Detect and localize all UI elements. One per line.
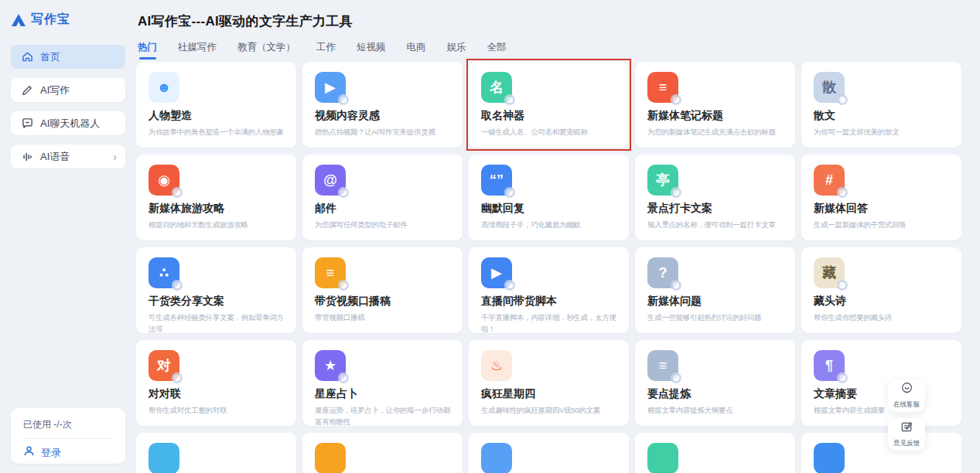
sidebar-item-ai-chatbot[interactable]: AI聊天机器人 (11, 111, 125, 135)
login-button[interactable]: 登录 (23, 445, 113, 460)
card-description: 生成一些能够引起热烈讨论的好问题 (647, 312, 783, 324)
tab-entertainment[interactable]: 娱乐 (447, 41, 466, 60)
tool-card-humor-reply[interactable]: “” 幽默回复 高情商段子手，巧化尴尬为幽默 (469, 155, 629, 240)
tool-card-prose[interactable]: 散 散文 为你写一篇文辞优美的散文 (801, 62, 961, 148)
horoscope-icon: ★ (315, 350, 346, 381)
naming-icon: 名 (481, 72, 512, 103)
icon-badge (172, 280, 183, 291)
tool-card-partial[interactable] (801, 433, 961, 473)
tool-card-sales-video-script[interactable]: ≡ 带货视频口播稿 带货视频口播稿 (302, 247, 463, 333)
sidebar: 写作宝 首页 AI写作 AI聊天机器人 AI语音 › (0, 0, 136, 473)
logo-icon (11, 13, 26, 27)
livestream-icon: ▶ (481, 257, 512, 288)
tool-card-couplet[interactable]: 对 对对联 帮你生成对仗工整的对联 (136, 340, 296, 426)
card-description: 生成趣味性的疯狂星期四V我50的文案 (481, 405, 616, 417)
tool-card-key-points[interactable]: ≡ 要点提炼 根据文章内容提炼大纲要点 (635, 340, 795, 426)
icon-badge (671, 94, 681, 105)
tab-hot[interactable]: 热门 (138, 41, 157, 60)
icon-badge (338, 94, 349, 105)
tool-card-media-answer[interactable]: # 新媒体回答 生成一篇新媒体的干货式回答 (801, 155, 961, 240)
main-content: AI写作宝---AI驱动的文字生产力工具 热门社媒写作教育（文学）工作短视频电商… (136, 0, 980, 473)
card-description: 为你故事中的角色塑造一个丰满的人物形象 (149, 127, 284, 138)
sidebar-item-ai-writing[interactable]: AI写作 (11, 78, 125, 102)
sidebar-item-ai-voice[interactable]: AI语音 › (11, 145, 125, 168)
card-description: 根据文章内容提炼大纲要点 (647, 405, 783, 417)
card-title: 视频内容灵感 (315, 109, 450, 123)
floating-buttons: 在线客服 意见反馈 (888, 379, 925, 451)
people-icon: ☻ (149, 72, 179, 103)
tool-card-partial[interactable] (469, 433, 629, 473)
sidebar-nav: 首页 AI写作 AI聊天机器人 AI语音 › (0, 45, 136, 168)
tab-ecommerce[interactable]: 电商 (407, 41, 426, 60)
tool-card-tips-sharing[interactable]: ∴ 干货类分享文案 可生成各种经验类分享文案，例如背单词方法等 (136, 247, 296, 333)
sidebar-item-label: 首页 (40, 50, 60, 64)
app-logo[interactable]: 写作宝 (0, 0, 136, 28)
card-title: 对对联 (149, 387, 284, 401)
page-title: AI写作宝---AI驱动的文字生产力工具 (136, 0, 980, 30)
sidebar-item-label: AI聊天机器人 (40, 117, 100, 131)
icon-badge (504, 187, 515, 198)
usage-card: 已使用 -/-次 登录 (11, 408, 125, 464)
card-description: 为您的新媒体笔记生成充满点击欲的标题 (647, 127, 783, 138)
sidebar-item-label: AI写作 (40, 83, 70, 97)
tool-card-media-note-title[interactable]: ≡ 新媒体笔记标题 为您的新媒体笔记生成充满点击欲的标题 (635, 62, 795, 148)
tool-card-media-question[interactable]: ? 新媒体问题 生成一些能够引起热烈讨论的好问题 (635, 247, 795, 333)
tool-card-partial[interactable] (302, 433, 463, 473)
icon-badge (671, 187, 681, 198)
tab-all[interactable]: 全部 (487, 41, 507, 60)
card-title: 人物塑造 (149, 109, 284, 123)
tool-card-video-content-idea[interactable]: ▶ 视频内容灵感 蹭热点拍视频？让AI写作宝来提供灵感 (302, 62, 463, 148)
tool-card-livestream-script[interactable]: ▶ 直播间带货脚本 千字直播脚本，内容详细，秒生成，太方便啦！ (469, 247, 629, 333)
tool-card-grid: ☻ 人物塑造 为你故事中的角色塑造一个丰满的人物形象 ▶ 视频内容灵感 蹭热点拍… (136, 62, 980, 473)
icon-badge (837, 373, 848, 383)
feedback-button[interactable]: 意见反馈 (888, 418, 925, 451)
divider (23, 438, 113, 439)
icon-badge (172, 373, 183, 383)
card-description: 根据文章内容生成摘要 (814, 405, 949, 417)
partial-icon-4 (647, 443, 678, 473)
sales-script-icon: ≡ (315, 257, 346, 288)
tab-short-video[interactable]: 短视频 (357, 41, 386, 60)
card-title: 直播间带货脚本 (481, 294, 616, 308)
card-title: 景点打卡文案 (647, 202, 783, 216)
tool-card-horoscope[interactable]: ★ 星座占卜 星座运势，塔罗占卜，让你的每一步行动都富有前瞻性 (302, 340, 463, 426)
card-title: 新媒体回答 (814, 202, 949, 216)
media-question-icon: ? (647, 257, 678, 288)
tab-social-media-writing[interactable]: 社媒写作 (178, 41, 217, 60)
card-description: 一键生成人名、公司名和爱宠昵称 (481, 127, 616, 138)
card-description: 可生成各种经验类分享文案，例如背单词方法等 (149, 312, 284, 335)
sidebar-item-home[interactable]: 首页 (11, 45, 125, 69)
tool-card-naming-tool[interactable]: 名 取名神器 一键生成人名、公司名和爱宠昵称 (469, 62, 629, 148)
tool-card-partial[interactable] (635, 433, 795, 473)
online-support-button[interactable]: 在线客服 (888, 379, 925, 412)
tool-card-character-building[interactable]: ☻ 人物塑造 为你故事中的角色塑造一个丰满的人物形象 (136, 62, 296, 148)
tool-card-partial[interactable] (136, 433, 296, 473)
tool-card-email[interactable]: @ 邮件 为您撰写任何类型的电子邮件 (302, 155, 463, 240)
tool-card-crazy-thursday[interactable]: ♨ 疯狂星期四 生成趣味性的疯狂星期四V我50的文案 (469, 340, 629, 426)
card-description: 千字直播脚本，内容详细，秒生成，太方便啦！ (481, 312, 616, 335)
icon-badge (504, 94, 515, 105)
voice-icon (21, 151, 33, 163)
tool-card-acrostic-poem[interactable]: 藏 藏头诗 帮你生成你想要的藏头诗 (801, 247, 961, 333)
card-description: 星座运势，塔罗占卜，让你的每一步行动都富有前瞻性 (315, 405, 450, 427)
category-tabs: 热门社媒写作教育（文学）工作短视频电商娱乐全部 (138, 41, 980, 60)
video-idea-icon: ▶ (315, 72, 346, 103)
icon-badge (837, 187, 848, 198)
email-icon: @ (315, 165, 346, 196)
card-title: 邮件 (315, 202, 450, 216)
card-title: 要点提炼 (647, 387, 783, 401)
tool-card-article-summary[interactable]: ¶ 文章摘要 根据文章内容生成摘要 (801, 340, 961, 426)
card-description: 帮你生成对仗工整的对联 (149, 405, 284, 417)
tab-education-literature[interactable]: 教育（文学） (237, 41, 295, 60)
support-chat-icon (900, 382, 913, 398)
tab-work[interactable]: 工作 (316, 41, 336, 60)
feedback-edit-icon (900, 420, 913, 437)
card-title: 疯狂星期四 (481, 387, 616, 401)
icon-badge (338, 280, 349, 291)
media-answer-icon: # (814, 165, 845, 196)
icon-badge (338, 373, 349, 383)
icon-badge (671, 280, 681, 291)
tool-card-travel-guide[interactable]: ◉ 新媒体旅游攻略 根据目的地和天数生成旅游攻略 (136, 155, 296, 240)
tool-card-scenic-checkin[interactable]: 亭 景点打卡文案 输入景点的名称，便可得到一篇打卡文章 (635, 155, 795, 240)
partial-icon-3 (481, 443, 512, 473)
